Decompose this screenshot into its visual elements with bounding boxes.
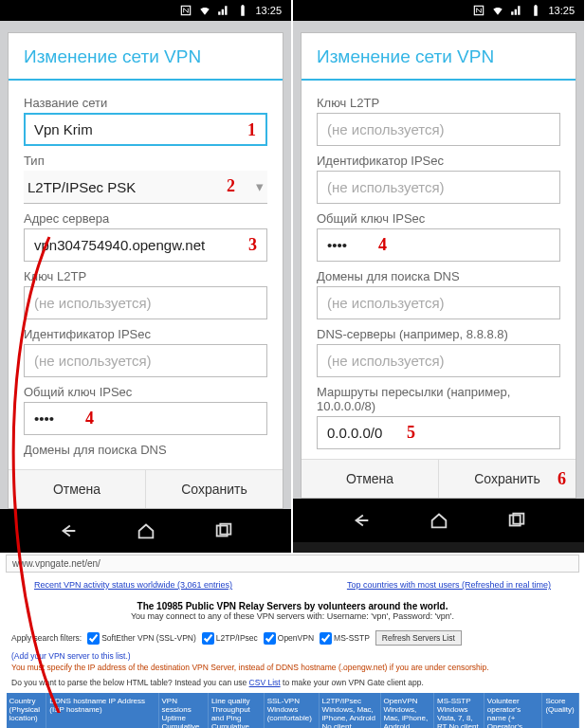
ipsec-id-input[interactable]: (не используется) [24, 344, 267, 377]
th-linequality: Line quality Throughput and Ping Cumulat… [208, 693, 264, 728]
server-label: Адрес сервера [24, 211, 267, 226]
dns-search-label: Домены для поиска DNS [24, 443, 267, 457]
dialog-title: Изменение сети VPN [9, 33, 283, 81]
status-bar: 13:25 [0, 0, 291, 21]
nav-recent-icon[interactable] [506, 510, 527, 531]
dialog-title: Изменение сети VPN [302, 33, 576, 81]
cancel-button[interactable]: Отмена [9, 470, 146, 508]
refresh-button[interactable]: Refresh Servers List [375, 630, 462, 646]
th-sslvpn: SSL-VPN Windows (comfortable) [264, 693, 319, 728]
ipsec-key-input[interactable]: •••• 4 [317, 228, 560, 262]
android-navbar [293, 499, 584, 542]
signal-icon [510, 4, 523, 17]
phone-right: 13:25 Изменение сети VPN Ключ L2TP (не и… [293, 0, 584, 553]
save-button[interactable]: Сохранить [146, 470, 283, 508]
android-navbar [0, 509, 291, 553]
csv-list-link[interactable]: CSV List [249, 678, 281, 687]
annotation-4a: 4 [85, 409, 94, 428]
link-top-countries[interactable]: Top countries with most users (Refreshed… [347, 580, 551, 590]
browser-section: www.vpngate.net/en/ Recent VPN activity … [0, 553, 585, 728]
nfc-icon [472, 4, 485, 17]
battery-icon [529, 4, 542, 17]
servers-table: Country (Physical location) DDNS hostnam… [6, 693, 579, 728]
web-subheading: You may connect to any of these VPN serv… [6, 611, 579, 621]
nav-home-icon[interactable] [429, 510, 449, 531]
link-recent-activity[interactable]: Recent VPN activity status worldwide (3,… [34, 580, 232, 590]
l2tp-input[interactable]: (не используется) [24, 286, 267, 319]
routes-input[interactable]: 0.0.0.0/0 5 [317, 416, 560, 449]
th-openvpn: OpenVPN Windows, Mac, iPhone, Android [380, 693, 433, 728]
status-bar: 13:25 [293, 0, 584, 21]
annotation-1: 1 [247, 120, 256, 140]
censorship-note: You must specify the IP address of the d… [6, 663, 579, 676]
dns-search-label: Домены для поиска DNS [317, 269, 560, 283]
th-hostname: DDNS hostname IP Address (ISP hostname) [46, 693, 158, 728]
nav-home-icon[interactable] [136, 520, 156, 541]
type-select[interactable]: L2TP/IPSec PSK ▾ 2 [24, 171, 267, 204]
wifi-icon [198, 4, 211, 17]
th-l2tp: L2TP/IPsec Windows, Mac, iPhone, Android… [319, 693, 380, 728]
th-sstp: MS-SSTP Windows Vista, 7, 8, RT No clien… [433, 693, 484, 728]
filter-softether[interactable]: SoftEther VPN (SSL-VPN) [87, 632, 196, 645]
dns-servers-input[interactable]: (не используется) [317, 344, 560, 377]
annotation-2: 2 [227, 176, 235, 196]
nav-back-icon[interactable] [351, 510, 372, 531]
ipsec-id-input[interactable]: (не используется) [317, 171, 560, 204]
ipsec-id-label: Идентификатор IPSec [24, 327, 267, 341]
phone-left: 13:25 Изменение сети VPN Название сети V… [0, 0, 291, 553]
clock: 13:25 [255, 5, 282, 16]
add-server-link[interactable]: (Add your VPN server to this list.) [11, 651, 131, 661]
wifi-icon [491, 4, 504, 17]
filter-row: Apply search filters: SoftEther VPN (SSL… [6, 628, 579, 663]
th-operator: Volunteer operator's name (+ Operator's … [484, 693, 542, 728]
th-sessions: VPN sessions Uptime Cumulative users [158, 693, 208, 728]
routes-label: Маршруты пересылки (например, 10.0.0.0/8… [317, 385, 560, 413]
cancel-button[interactable]: Отмена [302, 460, 439, 498]
url-bar[interactable]: www.vpngate.net/en/ [6, 555, 579, 573]
annotation-3: 3 [248, 235, 257, 255]
type-label: Тип [24, 154, 267, 168]
vpn-edit-dialog: Изменение сети VPN Ключ L2TP (не использ… [301, 32, 576, 499]
save-button[interactable]: Сохранить 6 [439, 460, 576, 498]
battery-icon [236, 4, 249, 17]
nav-recent-icon[interactable] [213, 520, 234, 541]
th-score: Score (Quality) [542, 693, 579, 728]
ipsec-key-label: Общий ключ IPSec [24, 385, 267, 399]
annotation-4b: 4 [378, 235, 387, 255]
filter-sstp[interactable]: MS-SSTP [320, 632, 370, 645]
nfc-icon [179, 4, 192, 17]
th-country: Country (Physical location) [7, 693, 46, 728]
filter-openvpn[interactable]: OpenVPN [264, 632, 314, 645]
csv-note: Do you want to parse the below HTML tabl… [6, 676, 579, 693]
filter-l2tp[interactable]: L2TP/IPsec [202, 632, 258, 645]
l2tp-input[interactable]: (не используется) [317, 113, 560, 146]
l2tp-label: Ключ L2TP [317, 96, 560, 110]
nav-back-icon[interactable] [58, 520, 79, 541]
annotation-5: 5 [407, 423, 415, 443]
clock: 13:25 [548, 5, 575, 16]
ipsec-key-label: Общий ключ IPSec [317, 211, 560, 226]
annotation-6: 6 [558, 469, 566, 489]
vpn-edit-dialog: Изменение сети VPN Название сети Vpn Kri… [8, 32, 283, 509]
server-input[interactable]: vpn304754940.opengw.net 3 [24, 228, 267, 262]
l2tp-label: Ключ L2TP [24, 269, 267, 283]
dns-search-input[interactable]: (не используется) [317, 286, 560, 319]
ipsec-key-input[interactable]: •••• 4 [24, 402, 267, 435]
signal-icon [217, 4, 230, 17]
name-label: Название сети [24, 96, 267, 110]
dns-servers-label: DNS-серверы (например, 8.8.8.8) [317, 327, 560, 341]
web-heading: The 10985 Public VPN Relay Servers by vo… [6, 601, 579, 611]
ipsec-id-label: Идентификатор IPSec [317, 154, 560, 168]
name-input[interactable]: Vpn Krim 1 [24, 113, 267, 146]
